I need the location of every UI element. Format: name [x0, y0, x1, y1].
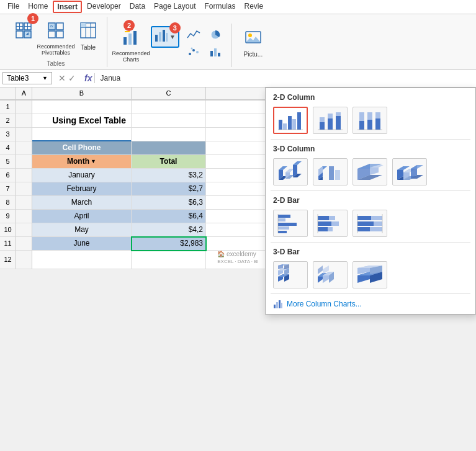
cell-1b[interactable]	[32, 100, 132, 114]
cell-3a[interactable]	[16, 128, 32, 141]
cell-may-val[interactable]: $4,2	[132, 223, 206, 237]
menu-insert[interactable]: Insert	[53, 1, 82, 13]
svg-rect-86	[278, 218, 285, 221]
cell-3c[interactable]	[132, 128, 206, 141]
col-2d-clustered-button[interactable]	[273, 107, 308, 134]
cell-10a[interactable]	[16, 223, 32, 237]
menu-review[interactable]: Revie	[241, 1, 267, 13]
col-2d-100pct-button[interactable]	[353, 107, 387, 134]
menu-formulas[interactable]: Formulas	[201, 1, 240, 13]
cell-january[interactable]: January	[32, 169, 132, 182]
bar-3d-2-button[interactable]	[313, 261, 348, 288]
cell-3b[interactable]	[32, 128, 132, 141]
col-3d-3-button[interactable]	[353, 158, 387, 185]
svg-rect-99	[371, 216, 382, 220]
ribbon: 1	[0, 14, 476, 70]
more-charts-icon	[273, 299, 283, 309]
total-header[interactable]: Total	[132, 155, 206, 169]
cell-12b[interactable]	[32, 251, 132, 269]
col-3d-2-button[interactable]	[313, 158, 348, 185]
menu-developer[interactable]: Developer	[83, 1, 125, 13]
cell-5a[interactable]	[16, 155, 32, 169]
svg-rect-45	[336, 116, 341, 130]
row-header-10: 10	[0, 223, 16, 237]
bar-2d-stacked-button[interactable]	[313, 210, 348, 237]
waterfall-chart-button[interactable]	[205, 43, 227, 60]
bar-2d-100pct-button[interactable]	[353, 210, 387, 237]
cell-april[interactable]: April	[32, 210, 132, 223]
column-chart-button[interactable]: 3 ▼	[151, 26, 179, 48]
cell-phone-header[interactable]: Cell Phone	[32, 141, 132, 155]
month-label: Month	[67, 157, 89, 166]
confirm-icon[interactable]: ✓	[68, 73, 76, 83]
table-button[interactable]: Table	[74, 19, 102, 54]
cell-9a[interactable]	[16, 210, 32, 223]
cell-apr-val[interactable]: $6,4	[132, 210, 206, 223]
cell-1c[interactable]	[132, 100, 206, 114]
cell-7a[interactable]	[16, 182, 32, 196]
cell-february[interactable]: February	[32, 182, 132, 196]
more-charts-link[interactable]: More Column Charts...	[266, 294, 475, 314]
name-box[interactable]: Table3 ▼	[2, 72, 52, 84]
row-header-9: 9	[0, 210, 16, 223]
cell-june[interactable]: June	[32, 237, 132, 251]
menu-bar: File Home Insert Developer Data Page Lay…	[0, 0, 476, 14]
month-dropdown-icon[interactable]: ▼	[91, 158, 96, 164]
cell-1a[interactable]	[16, 100, 32, 114]
cell-jan-val[interactable]: $3,2	[132, 169, 206, 182]
svg-rect-103	[370, 227, 382, 231]
recommended-pivot-button[interactable]: fx RecommendedPivotTables	[40, 19, 72, 59]
menu-data[interactable]: Data	[126, 1, 149, 13]
cancel-icon[interactable]: ✕	[58, 73, 66, 83]
bar-3d-3-button[interactable]	[353, 261, 387, 288]
cell-4c[interactable]	[132, 141, 206, 155]
pie-chart-button[interactable]	[205, 26, 225, 42]
col-3d-4-button[interactable]	[392, 158, 427, 185]
line-chart-button[interactable]	[183, 26, 204, 42]
cell-2c[interactable]	[132, 114, 206, 128]
menu-home[interactable]: Home	[24, 1, 52, 13]
formula-icons: ✕ ✓	[55, 73, 79, 83]
menu-file[interactable]: File	[4, 1, 23, 13]
cell-2b[interactable]: Using Excel Table	[32, 114, 132, 128]
row-header-3: 3	[0, 128, 16, 141]
recommended-charts-button[interactable]: RecommendedCharts	[115, 26, 147, 66]
svg-rect-129	[274, 305, 276, 308]
svg-rect-91	[318, 216, 329, 220]
svg-rect-22	[159, 32, 161, 42]
svg-rect-132	[281, 303, 282, 308]
cell-6a[interactable]	[16, 169, 32, 182]
col-3d-1-button[interactable]	[273, 158, 308, 185]
row-header-7: 7	[0, 182, 16, 196]
cell-feb-val[interactable]: $2,7	[132, 182, 206, 196]
row-header-12: 12	[0, 251, 16, 269]
cell-11a[interactable]	[16, 237, 32, 251]
name-box-value: Table3	[7, 74, 29, 83]
pictures-icon	[245, 29, 262, 50]
cell-march[interactable]: March	[32, 196, 132, 210]
bar-3d-1-button[interactable]	[273, 261, 308, 288]
pictures-button[interactable]: Pictu...	[240, 26, 267, 61]
scatter-chart-button[interactable]	[183, 43, 204, 60]
col-header-a: A	[16, 87, 32, 100]
cell-mar-val[interactable]: $6,3	[132, 196, 206, 210]
cell-june-val[interactable]: $2,983	[132, 237, 206, 251]
svg-rect-85	[278, 215, 290, 218]
svg-rect-92	[329, 216, 335, 220]
cell-2a[interactable]	[16, 114, 32, 128]
svg-rect-38	[292, 119, 296, 130]
cell-12a[interactable]	[16, 251, 32, 269]
svg-rect-42	[320, 117, 325, 122]
svg-rect-11	[56, 31, 63, 38]
cell-may[interactable]: May	[32, 223, 132, 237]
menu-page-layout[interactable]: Page Layout	[150, 1, 199, 13]
svg-marker-77	[397, 166, 410, 170]
svg-marker-56	[279, 166, 287, 170]
cell-12c[interactable]	[132, 251, 206, 269]
cell-4a[interactable]	[16, 141, 32, 155]
cell-8a[interactable]	[16, 196, 32, 210]
month-header[interactable]: Month ▼	[32, 155, 132, 169]
col-2d-stacked-button[interactable]	[313, 107, 348, 134]
row-header-2: 2	[0, 114, 16, 128]
bar-2d-clustered-button[interactable]	[273, 210, 308, 237]
